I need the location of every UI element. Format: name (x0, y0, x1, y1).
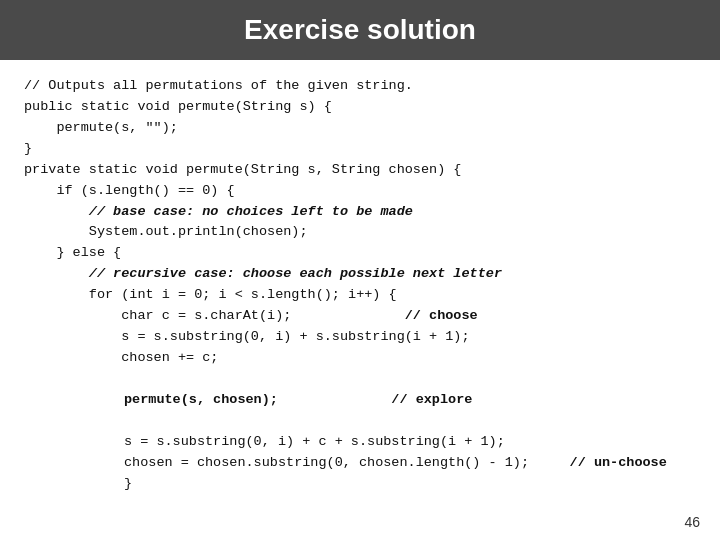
code-line-2: public static void permute(String s) { (24, 99, 332, 114)
code-line-17: chosen = chosen.substring(0, chosen.leng… (124, 455, 667, 470)
code-line-4: } (24, 141, 32, 156)
code-block-3: } } (24, 515, 696, 540)
code-block: // Outputs all permutations of the given… (24, 76, 696, 369)
code-line-8: System.out.println(chosen); (24, 224, 308, 239)
code-line-18: } (124, 476, 132, 491)
permute-call: permute(s, chosen); // explore (124, 392, 472, 407)
code-line-5: private static void permute(String s, St… (24, 162, 461, 177)
page-number: 46 (684, 514, 700, 530)
code-line-16: s = s.substring(0, i) + c + s.substring(… (124, 434, 505, 449)
code-line-9: } else { (24, 245, 121, 260)
code-block-2: s = s.substring(0, i) + c + s.substring(… (124, 411, 696, 516)
code-line-14: chosen += c; (24, 350, 218, 365)
code-line-7: // base case: no choices left to be made (24, 204, 413, 219)
code-line-6: if (s.length() == 0) { (24, 183, 235, 198)
code-line-3: permute(s, ""); (24, 120, 178, 135)
code-line-13: s = s.substring(0, i) + s.substring(i + … (24, 329, 470, 344)
code-line-11: for (int i = 0; i < s.length(); i++) { (24, 287, 397, 302)
code-line-10: // recursive case: choose each possible … (24, 266, 502, 281)
header-title: Exercise solution (244, 14, 476, 45)
content-area: // Outputs all permutations of the given… (0, 60, 720, 540)
code-line-12: char c = s.charAt(i); // choose (24, 308, 478, 323)
explore-line: permute(s, chosen); // explore (124, 369, 696, 411)
code-line-1: // Outputs all permutations of the given… (24, 78, 413, 93)
header: Exercise solution (0, 0, 720, 60)
